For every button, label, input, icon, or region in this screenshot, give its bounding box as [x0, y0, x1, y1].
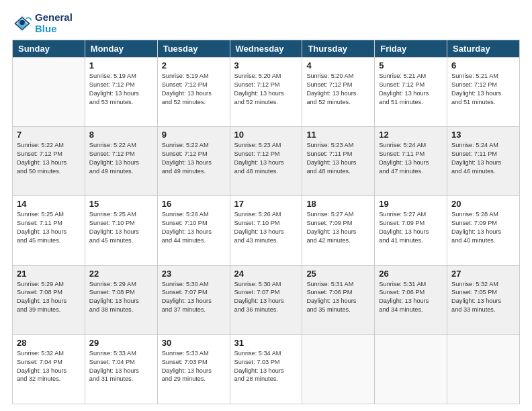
- day-number: 28: [17, 338, 81, 348]
- day-info: Sunrise: 5:29 AM Sunset: 7:08 PM Dayligh…: [17, 280, 81, 315]
- day-info: Sunrise: 5:31 AM Sunset: 7:06 PM Dayligh…: [306, 280, 370, 315]
- day-info: Sunrise: 5:33 AM Sunset: 7:03 PM Dayligh…: [162, 349, 226, 384]
- calendar-cell: 8Sunrise: 5:22 AM Sunset: 7:12 PM Daylig…: [85, 127, 157, 196]
- calendar-cell: 16Sunrise: 5:26 AM Sunset: 7:10 PM Dayli…: [157, 196, 230, 265]
- day-number: 8: [89, 130, 153, 140]
- calendar-cell: 14Sunrise: 5:25 AM Sunset: 7:11 PM Dayli…: [13, 196, 85, 265]
- calendar-cell: [447, 334, 520, 404]
- calendar-cell: [375, 334, 447, 404]
- day-number: 7: [17, 130, 81, 140]
- day-number: 29: [89, 338, 153, 348]
- calendar-day-header: Thursday: [302, 40, 375, 58]
- day-info: Sunrise: 5:19 AM Sunset: 7:12 PM Dayligh…: [162, 72, 226, 107]
- day-info: Sunrise: 5:31 AM Sunset: 7:06 PM Dayligh…: [379, 280, 443, 315]
- day-number: 31: [234, 338, 298, 348]
- day-number: 30: [162, 338, 226, 348]
- day-number: 21: [17, 269, 81, 279]
- day-number: 15: [89, 199, 153, 209]
- day-number: 14: [17, 199, 81, 209]
- calendar-cell: 3Sunrise: 5:20 AM Sunset: 7:12 PM Daylig…: [230, 58, 302, 127]
- day-number: 11: [306, 130, 370, 140]
- day-info: Sunrise: 5:23 AM Sunset: 7:11 PM Dayligh…: [306, 141, 370, 176]
- calendar-cell: 21Sunrise: 5:29 AM Sunset: 7:08 PM Dayli…: [13, 265, 85, 334]
- day-info: Sunrise: 5:20 AM Sunset: 7:12 PM Dayligh…: [306, 72, 370, 107]
- calendar-day-header: Tuesday: [157, 40, 230, 58]
- calendar-day-header: Friday: [375, 40, 447, 58]
- day-info: Sunrise: 5:30 AM Sunset: 7:07 PM Dayligh…: [234, 280, 298, 315]
- header: General Blue: [12, 12, 520, 34]
- calendar-week-row: 1Sunrise: 5:19 AM Sunset: 7:12 PM Daylig…: [13, 58, 520, 127]
- day-number: 4: [306, 60, 370, 71]
- calendar-cell: 25Sunrise: 5:31 AM Sunset: 7:06 PM Dayli…: [302, 265, 375, 334]
- calendar-cell: 5Sunrise: 5:21 AM Sunset: 7:12 PM Daylig…: [375, 58, 447, 127]
- day-number: 9: [162, 130, 226, 140]
- calendar-day-header: Wednesday: [230, 40, 302, 58]
- calendar-cell: 29Sunrise: 5:33 AM Sunset: 7:04 PM Dayli…: [85, 334, 157, 404]
- calendar-cell: [13, 58, 85, 127]
- calendar-cell: 4Sunrise: 5:20 AM Sunset: 7:12 PM Daylig…: [302, 58, 375, 127]
- day-number: 22: [89, 269, 153, 279]
- day-number: 19: [379, 199, 443, 209]
- calendar-cell: 22Sunrise: 5:29 AM Sunset: 7:08 PM Dayli…: [85, 265, 157, 334]
- day-info: Sunrise: 5:20 AM Sunset: 7:12 PM Dayligh…: [234, 72, 298, 107]
- calendar-cell: 10Sunrise: 5:23 AM Sunset: 7:12 PM Dayli…: [230, 127, 302, 196]
- day-info: Sunrise: 5:32 AM Sunset: 7:05 PM Dayligh…: [451, 280, 515, 315]
- day-number: 13: [451, 130, 515, 140]
- calendar-cell: 15Sunrise: 5:25 AM Sunset: 7:10 PM Dayli…: [85, 196, 157, 265]
- day-number: 2: [162, 60, 226, 71]
- day-number: 12: [379, 130, 443, 140]
- day-number: 1: [89, 60, 153, 71]
- day-info: Sunrise: 5:24 AM Sunset: 7:11 PM Dayligh…: [379, 141, 443, 176]
- day-info: Sunrise: 5:26 AM Sunset: 7:10 PM Dayligh…: [162, 210, 226, 245]
- day-info: Sunrise: 5:22 AM Sunset: 7:12 PM Dayligh…: [162, 141, 226, 176]
- calendar-header-row: SundayMondayTuesdayWednesdayThursdayFrid…: [13, 40, 520, 58]
- calendar-cell: 18Sunrise: 5:27 AM Sunset: 7:09 PM Dayli…: [302, 196, 375, 265]
- day-info: Sunrise: 5:25 AM Sunset: 7:10 PM Dayligh…: [89, 210, 153, 245]
- day-info: Sunrise: 5:32 AM Sunset: 7:04 PM Dayligh…: [17, 349, 81, 384]
- day-number: 25: [306, 269, 370, 279]
- calendar-cell: 7Sunrise: 5:22 AM Sunset: 7:12 PM Daylig…: [13, 127, 85, 196]
- day-info: Sunrise: 5:22 AM Sunset: 7:12 PM Dayligh…: [89, 141, 153, 176]
- day-info: Sunrise: 5:27 AM Sunset: 7:09 PM Dayligh…: [379, 210, 443, 245]
- calendar-cell: 23Sunrise: 5:30 AM Sunset: 7:07 PM Dayli…: [157, 265, 230, 334]
- calendar-day-header: Saturday: [447, 40, 520, 58]
- day-info: Sunrise: 5:21 AM Sunset: 7:12 PM Dayligh…: [451, 72, 515, 107]
- day-number: 5: [379, 60, 443, 71]
- calendar-cell: 13Sunrise: 5:24 AM Sunset: 7:11 PM Dayli…: [447, 127, 520, 196]
- day-number: 26: [379, 269, 443, 279]
- day-info: Sunrise: 5:27 AM Sunset: 7:09 PM Dayligh…: [306, 210, 370, 245]
- day-info: Sunrise: 5:19 AM Sunset: 7:12 PM Dayligh…: [89, 72, 153, 107]
- calendar-cell: [302, 334, 375, 404]
- day-info: Sunrise: 5:33 AM Sunset: 7:04 PM Dayligh…: [89, 349, 153, 384]
- calendar-cell: 17Sunrise: 5:26 AM Sunset: 7:10 PM Dayli…: [230, 196, 302, 265]
- calendar-week-row: 21Sunrise: 5:29 AM Sunset: 7:08 PM Dayli…: [13, 265, 520, 334]
- day-info: Sunrise: 5:29 AM Sunset: 7:08 PM Dayligh…: [89, 280, 153, 315]
- day-info: Sunrise: 5:23 AM Sunset: 7:12 PM Dayligh…: [234, 141, 298, 176]
- day-info: Sunrise: 5:28 AM Sunset: 7:09 PM Dayligh…: [451, 210, 515, 245]
- logo-icon: [12, 13, 32, 34]
- calendar-cell: 1Sunrise: 5:19 AM Sunset: 7:12 PM Daylig…: [85, 58, 157, 127]
- calendar-cell: 30Sunrise: 5:33 AM Sunset: 7:03 PM Dayli…: [157, 334, 230, 404]
- calendar-cell: 6Sunrise: 5:21 AM Sunset: 7:12 PM Daylig…: [447, 58, 520, 127]
- day-info: Sunrise: 5:21 AM Sunset: 7:12 PM Dayligh…: [379, 72, 443, 107]
- day-number: 27: [451, 269, 515, 279]
- day-info: Sunrise: 5:30 AM Sunset: 7:07 PM Dayligh…: [162, 280, 226, 315]
- day-number: 18: [306, 199, 370, 209]
- calendar-week-row: 28Sunrise: 5:32 AM Sunset: 7:04 PM Dayli…: [13, 334, 520, 404]
- calendar-cell: 20Sunrise: 5:28 AM Sunset: 7:09 PM Dayli…: [447, 196, 520, 265]
- logo-text: General Blue: [35, 12, 73, 34]
- calendar-cell: 2Sunrise: 5:19 AM Sunset: 7:12 PM Daylig…: [157, 58, 230, 127]
- calendar-cell: 19Sunrise: 5:27 AM Sunset: 7:09 PM Dayli…: [375, 196, 447, 265]
- day-number: 10: [234, 130, 298, 140]
- calendar-cell: 12Sunrise: 5:24 AM Sunset: 7:11 PM Dayli…: [375, 127, 447, 196]
- svg-point-3: [19, 19, 25, 25]
- calendar-day-header: Monday: [85, 40, 157, 58]
- calendar-cell: 11Sunrise: 5:23 AM Sunset: 7:11 PM Dayli…: [302, 127, 375, 196]
- day-info: Sunrise: 5:26 AM Sunset: 7:10 PM Dayligh…: [234, 210, 298, 245]
- day-info: Sunrise: 5:25 AM Sunset: 7:11 PM Dayligh…: [17, 210, 81, 245]
- day-info: Sunrise: 5:24 AM Sunset: 7:11 PM Dayligh…: [451, 141, 515, 176]
- day-number: 23: [162, 269, 226, 279]
- day-info: Sunrise: 5:22 AM Sunset: 7:12 PM Dayligh…: [17, 141, 81, 176]
- day-number: 3: [234, 60, 298, 71]
- calendar-week-row: 14Sunrise: 5:25 AM Sunset: 7:11 PM Dayli…: [13, 196, 520, 265]
